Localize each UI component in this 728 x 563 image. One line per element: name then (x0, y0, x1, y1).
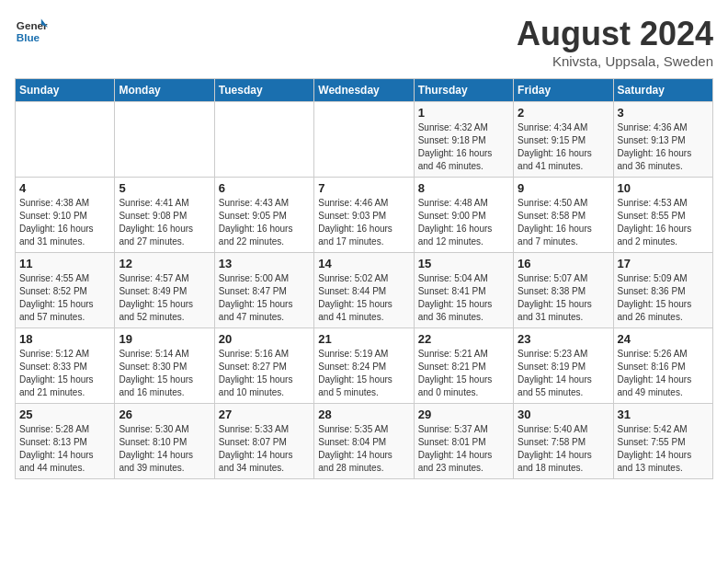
calendar-cell: 27Sunrise: 5:33 AM Sunset: 8:07 PM Dayli… (214, 404, 313, 479)
month-year: August 2024 (517, 15, 713, 53)
day-info: Sunrise: 5:19 AM Sunset: 8:24 PM Dayligh… (318, 348, 409, 399)
calendar-cell: 18Sunrise: 5:12 AM Sunset: 8:33 PM Dayli… (16, 328, 115, 404)
calendar-cell: 22Sunrise: 5:21 AM Sunset: 8:21 PM Dayli… (414, 328, 513, 404)
calendar-cell: 1Sunrise: 4:32 AM Sunset: 9:18 PM Daylig… (414, 102, 513, 178)
logo-icon: General Blue (15, 15, 48, 48)
calendar-cell (314, 102, 414, 178)
day-number: 18 (19, 332, 110, 346)
day-number: 7 (318, 181, 409, 195)
calendar-cell: 14Sunrise: 5:02 AM Sunset: 8:44 PM Dayli… (314, 253, 414, 328)
day-info: Sunrise: 5:28 AM Sunset: 8:13 PM Dayligh… (19, 423, 110, 475)
calendar-cell: 5Sunrise: 4:41 AM Sunset: 9:08 PM Daylig… (115, 178, 214, 253)
day-number: 27 (219, 408, 310, 421)
day-info: Sunrise: 5:09 AM Sunset: 8:36 PM Dayligh… (618, 272, 709, 324)
day-info: Sunrise: 5:21 AM Sunset: 8:21 PM Dayligh… (418, 348, 509, 399)
day-number: 22 (418, 332, 509, 346)
location: Knivsta, Uppsala, Sweden (517, 53, 713, 69)
calendar-cell: 24Sunrise: 5:26 AM Sunset: 8:16 PM Dayli… (613, 328, 712, 404)
page-header: General Blue August 2024 Knivsta, Uppsal… (15, 15, 713, 69)
day-number: 8 (418, 181, 509, 195)
day-number: 29 (418, 408, 509, 421)
day-number: 31 (618, 408, 709, 421)
day-header-wednesday: Wednesday (314, 79, 414, 102)
calendar-cell: 30Sunrise: 5:40 AM Sunset: 7:58 PM Dayli… (514, 404, 613, 479)
day-number: 2 (518, 106, 609, 120)
day-info: Sunrise: 4:50 AM Sunset: 8:58 PM Dayligh… (518, 197, 609, 248)
calendar-cell: 17Sunrise: 5:09 AM Sunset: 8:36 PM Dayli… (613, 253, 712, 328)
header-row: SundayMondayTuesdayWednesdayThursdayFrid… (16, 79, 713, 102)
day-info: Sunrise: 5:14 AM Sunset: 8:30 PM Dayligh… (119, 348, 210, 399)
day-info: Sunrise: 4:55 AM Sunset: 8:52 PM Dayligh… (19, 272, 110, 324)
day-number: 20 (219, 332, 310, 346)
calendar-cell: 25Sunrise: 5:28 AM Sunset: 8:13 PM Dayli… (16, 404, 115, 479)
day-header-friday: Friday (514, 79, 613, 102)
day-number: 6 (219, 181, 310, 195)
calendar-cell: 26Sunrise: 5:30 AM Sunset: 8:10 PM Dayli… (115, 404, 214, 479)
day-header-tuesday: Tuesday (214, 79, 313, 102)
week-row-1: 1Sunrise: 4:32 AM Sunset: 9:18 PM Daylig… (16, 102, 713, 178)
logo: General Blue (15, 15, 48, 48)
day-header-monday: Monday (115, 79, 214, 102)
day-info: Sunrise: 4:46 AM Sunset: 9:03 PM Dayligh… (318, 197, 409, 248)
day-number: 30 (518, 408, 609, 421)
week-row-2: 4Sunrise: 4:38 AM Sunset: 9:10 PM Daylig… (16, 178, 713, 253)
day-info: Sunrise: 4:48 AM Sunset: 9:00 PM Dayligh… (418, 197, 509, 248)
day-info: Sunrise: 4:38 AM Sunset: 9:10 PM Dayligh… (19, 197, 110, 248)
day-header-sunday: Sunday (16, 79, 115, 102)
day-info: Sunrise: 5:02 AM Sunset: 8:44 PM Dayligh… (318, 272, 409, 324)
calendar-cell: 10Sunrise: 4:53 AM Sunset: 8:55 PM Dayli… (613, 178, 712, 253)
day-number: 5 (119, 181, 210, 195)
calendar-cell: 28Sunrise: 5:35 AM Sunset: 8:04 PM Dayli… (314, 404, 414, 479)
calendar-cell: 4Sunrise: 4:38 AM Sunset: 9:10 PM Daylig… (16, 178, 115, 253)
week-row-3: 11Sunrise: 4:55 AM Sunset: 8:52 PM Dayli… (16, 253, 713, 328)
week-row-5: 25Sunrise: 5:28 AM Sunset: 8:13 PM Dayli… (16, 404, 713, 479)
calendar-cell: 15Sunrise: 5:04 AM Sunset: 8:41 PM Dayli… (414, 253, 513, 328)
calendar-cell: 13Sunrise: 5:00 AM Sunset: 8:47 PM Dayli… (214, 253, 313, 328)
day-info: Sunrise: 5:30 AM Sunset: 8:10 PM Dayligh… (119, 423, 210, 475)
day-number: 21 (318, 332, 409, 346)
day-info: Sunrise: 4:36 AM Sunset: 9:13 PM Dayligh… (618, 121, 709, 173)
day-info: Sunrise: 5:07 AM Sunset: 8:38 PM Dayligh… (518, 272, 609, 324)
day-info: Sunrise: 5:40 AM Sunset: 7:58 PM Dayligh… (518, 423, 609, 475)
svg-text:Blue: Blue (17, 31, 40, 43)
day-info: Sunrise: 4:43 AM Sunset: 9:05 PM Dayligh… (219, 197, 310, 248)
day-number: 25 (19, 408, 110, 421)
day-number: 23 (518, 332, 609, 346)
day-info: Sunrise: 4:34 AM Sunset: 9:15 PM Dayligh… (518, 121, 609, 173)
calendar-cell: 2Sunrise: 4:34 AM Sunset: 9:15 PM Daylig… (514, 102, 613, 178)
day-number: 19 (119, 332, 210, 346)
calendar-cell: 31Sunrise: 5:42 AM Sunset: 7:55 PM Dayli… (613, 404, 712, 479)
day-header-saturday: Saturday (613, 79, 712, 102)
calendar-cell: 6Sunrise: 4:43 AM Sunset: 9:05 PM Daylig… (214, 178, 313, 253)
calendar-cell: 21Sunrise: 5:19 AM Sunset: 8:24 PM Dayli… (314, 328, 414, 404)
day-info: Sunrise: 4:32 AM Sunset: 9:18 PM Dayligh… (418, 121, 509, 173)
day-number: 13 (219, 257, 310, 270)
day-number: 17 (618, 257, 709, 270)
day-info: Sunrise: 5:33 AM Sunset: 8:07 PM Dayligh… (219, 423, 310, 475)
day-info: Sunrise: 5:04 AM Sunset: 8:41 PM Dayligh… (418, 272, 509, 324)
calendar-cell: 9Sunrise: 4:50 AM Sunset: 8:58 PM Daylig… (514, 178, 613, 253)
day-number: 14 (318, 257, 409, 270)
calendar-cell: 3Sunrise: 4:36 AM Sunset: 9:13 PM Daylig… (613, 102, 712, 178)
day-number: 26 (119, 408, 210, 421)
day-info: Sunrise: 5:23 AM Sunset: 8:19 PM Dayligh… (518, 348, 609, 399)
day-number: 11 (19, 257, 110, 270)
calendar-cell (16, 102, 115, 178)
calendar-cell: 7Sunrise: 4:46 AM Sunset: 9:03 PM Daylig… (314, 178, 414, 253)
calendar-cell: 29Sunrise: 5:37 AM Sunset: 8:01 PM Dayli… (414, 404, 513, 479)
calendar-cell (115, 102, 214, 178)
day-info: Sunrise: 4:53 AM Sunset: 8:55 PM Dayligh… (618, 197, 709, 248)
day-number: 4 (19, 181, 110, 195)
day-number: 16 (518, 257, 609, 270)
calendar-cell: 20Sunrise: 5:16 AM Sunset: 8:27 PM Dayli… (214, 328, 313, 404)
day-info: Sunrise: 5:42 AM Sunset: 7:55 PM Dayligh… (618, 423, 709, 475)
day-info: Sunrise: 4:41 AM Sunset: 9:08 PM Dayligh… (119, 197, 210, 248)
day-number: 10 (618, 181, 709, 195)
day-info: Sunrise: 5:26 AM Sunset: 8:16 PM Dayligh… (618, 348, 709, 399)
day-info: Sunrise: 5:00 AM Sunset: 8:47 PM Dayligh… (219, 272, 310, 324)
calendar-cell (214, 102, 313, 178)
calendar-cell: 8Sunrise: 4:48 AM Sunset: 9:00 PM Daylig… (414, 178, 513, 253)
day-info: Sunrise: 5:16 AM Sunset: 8:27 PM Dayligh… (219, 348, 310, 399)
day-header-thursday: Thursday (414, 79, 513, 102)
day-info: Sunrise: 5:12 AM Sunset: 8:33 PM Dayligh… (19, 348, 110, 399)
